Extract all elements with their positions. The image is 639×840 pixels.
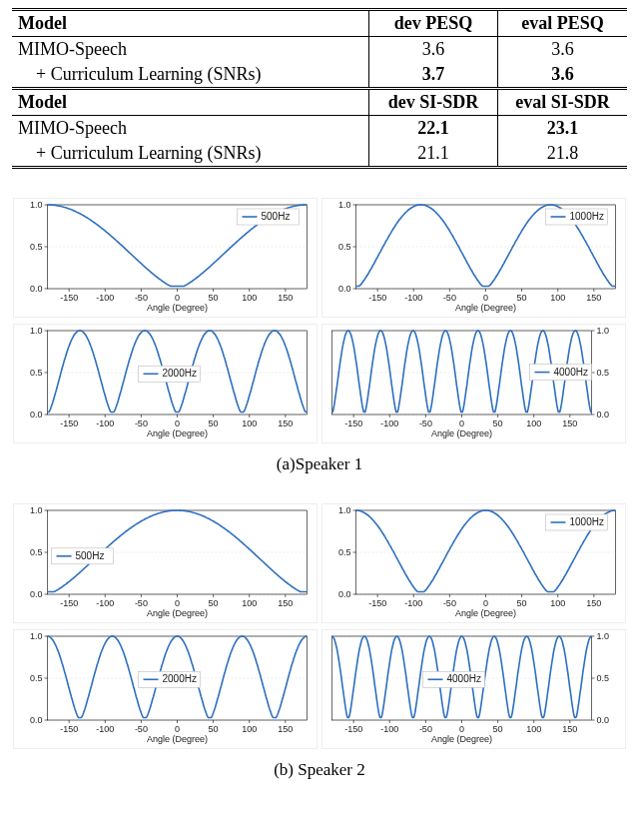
svg-text:-150: -150 — [368, 598, 386, 608]
svg-text:1.0: 1.0 — [597, 631, 610, 641]
svg-text:Angle (Degree): Angle (Degree) — [147, 608, 208, 618]
svg-text:Angle (Degree): Angle (Degree) — [431, 734, 492, 744]
svg-text:150: 150 — [562, 724, 577, 734]
svg-text:-150: -150 — [60, 293, 78, 303]
svg-text:Angle (Degree): Angle (Degree) — [147, 428, 208, 438]
svg-text:50: 50 — [493, 419, 503, 428]
svg-text:1.0: 1.0 — [30, 631, 43, 641]
svg-text:150: 150 — [278, 724, 293, 734]
svg-text:1.0: 1.0 — [30, 326, 43, 336]
panel-s2-500: -150-100-50050100150Angle (Degree)0.00.5… — [14, 504, 317, 622]
svg-text:50: 50 — [517, 293, 527, 303]
svg-text:50: 50 — [209, 724, 219, 734]
svg-text:1.0: 1.0 — [338, 505, 351, 515]
svg-text:100: 100 — [526, 419, 541, 428]
svg-text:0.5: 0.5 — [338, 547, 351, 557]
svg-text:0.5: 0.5 — [30, 673, 43, 683]
col-model: Model — [12, 10, 368, 37]
svg-text:2000Hz: 2000Hz — [163, 673, 197, 684]
svg-text:-100: -100 — [96, 419, 114, 428]
svg-text:0.0: 0.0 — [30, 284, 43, 294]
svg-text:0.0: 0.0 — [597, 715, 610, 725]
svg-text:0.0: 0.0 — [30, 410, 43, 420]
svg-text:1.0: 1.0 — [597, 326, 610, 336]
svg-text:0.5: 0.5 — [597, 673, 610, 683]
svg-text:2000Hz: 2000Hz — [163, 368, 197, 379]
svg-text:1.0: 1.0 — [30, 200, 43, 210]
svg-text:50: 50 — [209, 293, 219, 303]
svg-text:100: 100 — [526, 724, 541, 734]
svg-text:0.0: 0.0 — [338, 589, 351, 599]
svg-text:50: 50 — [517, 598, 527, 608]
svg-text:4000Hz: 4000Hz — [554, 367, 588, 378]
svg-text:0.0: 0.0 — [30, 589, 43, 599]
svg-text:0.5: 0.5 — [597, 368, 610, 378]
svg-text:0: 0 — [483, 293, 488, 303]
svg-text:1000Hz: 1000Hz — [570, 516, 604, 527]
svg-text:150: 150 — [278, 419, 293, 428]
svg-text:100: 100 — [242, 598, 257, 608]
svg-text:0.5: 0.5 — [30, 547, 43, 557]
svg-text:-50: -50 — [443, 598, 456, 608]
panel-s2-2000: -150-100-50050100150Angle (Degree)0.00.5… — [14, 630, 317, 748]
svg-text:Angle (Degree): Angle (Degree) — [147, 734, 208, 744]
svg-text:0.5: 0.5 — [338, 242, 351, 252]
col-model: Model — [12, 89, 368, 116]
svg-text:-100: -100 — [96, 724, 114, 734]
svg-text:150: 150 — [586, 293, 601, 303]
svg-text:0.5: 0.5 — [30, 242, 43, 252]
svg-text:1000Hz: 1000Hz — [570, 211, 604, 222]
cell-value: 21.8 — [498, 141, 627, 168]
svg-text:-100: -100 — [96, 598, 114, 608]
svg-text:100: 100 — [242, 724, 257, 734]
svg-text:1.0: 1.0 — [30, 505, 43, 515]
svg-text:Angle (Degree): Angle (Degree) — [455, 303, 516, 313]
cell-value: 3.7 — [368, 62, 497, 89]
col-evalsisdr: eval SI-SDR — [498, 89, 627, 116]
svg-text:-50: -50 — [135, 419, 148, 428]
svg-text:500Hz: 500Hz — [76, 550, 105, 561]
caption-speaker1: (a)Speaker 1 — [12, 454, 627, 474]
cell-value: 23.1 — [498, 116, 627, 142]
panel-s1-1000: -150-100-50050100150Angle (Degree)0.00.5… — [322, 199, 625, 317]
svg-text:-100: -100 — [380, 419, 398, 428]
caption-speaker2: (b) Speaker 2 — [12, 760, 627, 780]
cell-model: MIMO-Speech — [12, 37, 368, 63]
speaker1-grid: -150-100-50050100150Angle (Degree)0.00.5… — [12, 197, 627, 444]
cell-value: 3.6 — [368, 37, 497, 63]
svg-text:0: 0 — [459, 419, 464, 428]
speaker2-grid: -150-100-50050100150Angle (Degree)0.00.5… — [12, 502, 627, 750]
svg-text:0: 0 — [175, 598, 180, 608]
svg-text:100: 100 — [550, 293, 565, 303]
svg-text:-150: -150 — [344, 724, 362, 734]
svg-text:1.0: 1.0 — [338, 200, 351, 210]
cell-value: 3.6 — [498, 62, 627, 89]
svg-text:-50: -50 — [135, 293, 148, 303]
svg-text:50: 50 — [493, 724, 503, 734]
svg-text:-150: -150 — [60, 419, 78, 428]
panel-s1-500: -150-100-50050100150Angle (Degree)0.00.5… — [14, 199, 317, 317]
cell-value: 21.1 — [368, 141, 497, 168]
svg-text:500Hz: 500Hz — [262, 211, 291, 222]
panel-s1-2000: -150-100-50050100150Angle (Degree)0.00.5… — [14, 325, 317, 442]
svg-text:0: 0 — [459, 724, 464, 734]
svg-text:50: 50 — [209, 419, 219, 428]
svg-text:-150: -150 — [60, 598, 78, 608]
svg-text:-150: -150 — [60, 724, 78, 734]
svg-text:-100: -100 — [380, 724, 398, 734]
svg-text:-100: -100 — [404, 293, 422, 303]
svg-text:150: 150 — [562, 419, 577, 428]
svg-text:-150: -150 — [368, 293, 386, 303]
cell-value: 22.1 — [368, 116, 497, 142]
svg-text:50: 50 — [209, 598, 219, 608]
svg-text:0: 0 — [175, 419, 180, 428]
svg-text:0: 0 — [175, 293, 180, 303]
svg-text:-50: -50 — [419, 419, 432, 428]
col-devpesq: dev PESQ — [368, 10, 497, 37]
svg-text:Angle (Degree): Angle (Degree) — [455, 608, 516, 618]
cell-model: + Curriculum Learning (SNRs) — [12, 62, 368, 89]
panel-s1-4000: -150-100-50050100150Angle (Degree)0.00.5… — [322, 325, 625, 442]
cell-value: 3.6 — [498, 37, 627, 63]
cell-model: MIMO-Speech — [12, 116, 368, 142]
svg-text:0.0: 0.0 — [30, 715, 43, 725]
